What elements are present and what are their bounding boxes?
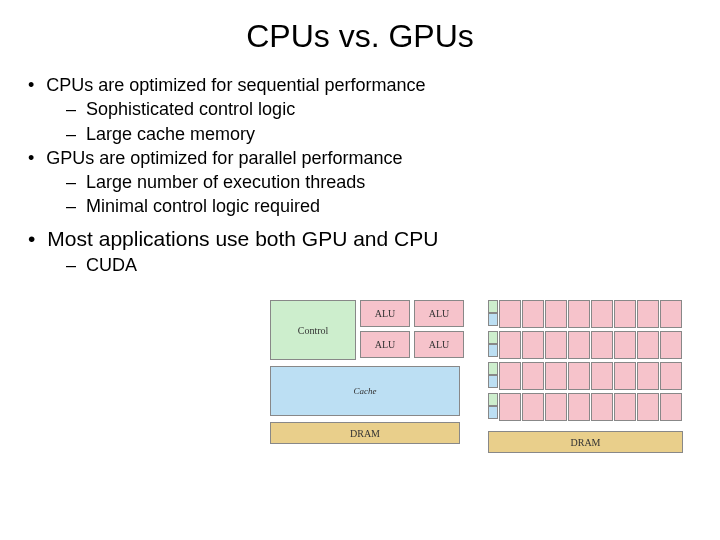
gpu-alu-block [499,331,521,359]
subbullet-text: CUDA [86,255,137,275]
gpu-alu-block [568,300,590,328]
gpu-alu-block [522,393,544,421]
bullet-text: CPUs are optimized for sequential perfor… [46,75,425,95]
cpu-cache-block: Cache [270,366,460,416]
gpu-core-row [488,362,683,390]
gpu-alu-block [591,362,613,390]
gpu-cache-block [488,375,498,388]
gpu-alu-block [614,393,636,421]
gpu-core-grid [488,300,683,421]
gpu-alu-block [660,362,682,390]
cpu-alu-block: ALU [360,331,410,358]
cpu-alu-block: ALU [360,300,410,327]
gpu-control-block [488,300,498,313]
bullet-cpu: CPUs are optimized for sequential perfor… [28,73,700,146]
subbullet-text: Large number of execution threads [86,172,365,192]
gpu-alu-block [637,331,659,359]
slide-title: CPUs vs. GPUs [0,18,720,55]
gpu-cache-block [488,344,498,357]
cpu-alu-block: ALU [414,300,464,327]
subbullet: CUDA [66,253,700,277]
gpu-core-row [488,393,683,421]
gpu-alu-block [568,393,590,421]
gpu-alu-block [614,300,636,328]
bullet-text: Most applications use both GPU and CPU [47,227,438,250]
gpu-alu-block [568,362,590,390]
gpu-dram-block: DRAM [488,431,683,453]
gpu-alu-block [614,362,636,390]
gpu-core-row [488,331,683,359]
subbullet: Minimal control logic required [66,194,700,218]
subbullet: Large cache memory [66,122,700,146]
gpu-control-block [488,331,498,344]
gpu-alu-block [637,393,659,421]
gpu-alu-block [591,393,613,421]
gpu-alu-block [545,300,567,328]
gpu-cache-block [488,406,498,419]
gpu-alu-block [522,362,544,390]
gpu-alu-block [499,300,521,328]
subbullet: Sophisticated control logic [66,97,700,121]
cpu-dram-block: DRAM [270,422,460,444]
cpu-control-block: Control [270,300,356,360]
cpu-alu-block: ALU [414,331,464,358]
subbullet-text: Sophisticated control logic [86,99,295,119]
gpu-alu-block [545,362,567,390]
bullet-both: Most applications use both GPU and CPU C… [28,225,700,278]
gpu-alu-block [614,331,636,359]
gpu-cache-block [488,313,498,326]
gpu-alu-block [660,331,682,359]
gpu-control-block [488,362,498,375]
gpu-block: DRAM [488,300,683,453]
gpu-alu-block [499,362,521,390]
gpu-alu-block [522,300,544,328]
gpu-alu-block [637,362,659,390]
subbullet: Large number of execution threads [66,170,700,194]
bullet-text: GPUs are optimized for parallel performa… [46,148,402,168]
slide-body: CPUs are optimized for sequential perfor… [28,73,700,277]
gpu-alu-block [499,393,521,421]
gpu-alu-block [522,331,544,359]
gpu-alu-block [637,300,659,328]
architecture-diagram: Control ALU ALU ALU ALU Cache DRAM DRAM [270,300,683,453]
subbullet-text: Large cache memory [86,124,255,144]
gpu-alu-block [660,300,682,328]
gpu-alu-block [545,331,567,359]
subbullet-text: Minimal control logic required [86,196,320,216]
gpu-alu-block [591,300,613,328]
gpu-alu-block [591,331,613,359]
gpu-alu-block [660,393,682,421]
gpu-control-block [488,393,498,406]
bullet-gpu: GPUs are optimized for parallel performa… [28,146,700,219]
gpu-alu-block [568,331,590,359]
gpu-core-row [488,300,683,328]
cpu-block: Control ALU ALU ALU ALU Cache DRAM [270,300,464,453]
gpu-alu-block [545,393,567,421]
